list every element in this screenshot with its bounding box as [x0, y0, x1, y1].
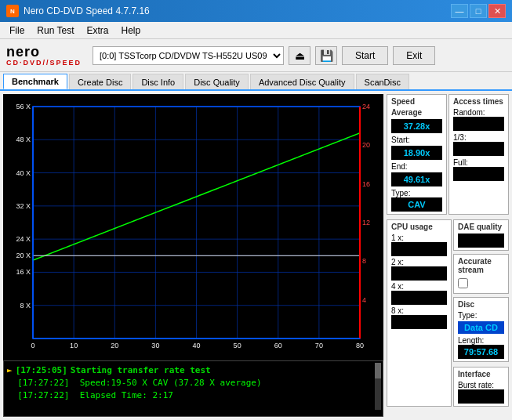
- disc-title: Disc: [458, 300, 504, 309]
- tab-scandisc[interactable]: ScanDisc: [356, 74, 409, 89]
- burst-rate-label: Burst rate:: [458, 381, 504, 389]
- cpu-2x-label: 2 x:: [391, 258, 447, 266]
- speed-section: Speed Average 37.28x Start: 18.90x End: …: [387, 94, 447, 215]
- dae-section: DAE quality: [453, 219, 509, 251]
- dae-title: DAE quality: [458, 223, 504, 231]
- menu-bar: File Run Test Extra Help: [0, 22, 512, 39]
- disc-section: Disc Type: Data CD Length: 79:57.68: [453, 297, 509, 362]
- log-line-2: [17:27:22] Elapsed Time: 2:17: [7, 389, 379, 402]
- random-label: Random:: [453, 108, 504, 117]
- accurate-stream-section: Accurate stream: [453, 254, 509, 294]
- disc-length-value: 79:57.68: [458, 345, 504, 359]
- menu-extra[interactable]: Extra: [80, 24, 114, 38]
- exit-button[interactable]: Exit: [393, 46, 435, 65]
- cpu-usage-section: CPU usage 1 x: 2 x: 4 x: 8 x:: [387, 219, 452, 407]
- window-controls: — □ ✕: [451, 4, 506, 18]
- tabs-row: Benchmark Create Disc Disc Info Disc Qua…: [0, 72, 512, 91]
- speed-type-label: Type:: [391, 189, 442, 197]
- cpu-1x-value: [391, 242, 447, 256]
- cpu-4x-value: [391, 291, 447, 305]
- nero-logo: nero CD·DVD//SPEED: [6, 45, 82, 67]
- chart-area: [3, 94, 383, 360]
- speed-average-label: Average: [391, 108, 442, 117]
- speed-start-value: 18.90x: [391, 146, 442, 160]
- drive-selector[interactable]: [0:0] TSSTcorp CD/DVDW TS-H552U US09: [93, 46, 284, 65]
- menu-help[interactable]: Help: [115, 24, 147, 38]
- eject-icon-button[interactable]: ⏏: [289, 46, 310, 65]
- burst-rate-value: [458, 389, 504, 404]
- cpu-usage-title: CPU usage: [391, 223, 447, 231]
- cpu-8x-value: [391, 315, 447, 329]
- tab-disc-info[interactable]: Disc Info: [133, 74, 183, 89]
- full-value: [453, 167, 504, 181]
- menu-run-test[interactable]: Run Test: [31, 24, 80, 38]
- log-icon-0: ►: [7, 364, 13, 377]
- interface-title: Interface: [458, 370, 504, 378]
- one-third-value: [453, 142, 504, 156]
- speed-type-value: CAV: [391, 197, 442, 212]
- log-line-0: ► [17:25:05] Starting transfer rate test: [7, 364, 379, 377]
- cpu-4x-label: 4 x:: [391, 282, 447, 291]
- tab-advanced-disc-quality[interactable]: Advanced Disc Quality: [250, 74, 354, 89]
- header-row: nero CD·DVD//SPEED [0:0] TSSTcorp CD/DVD…: [0, 39, 512, 72]
- save-icon-button[interactable]: 💾: [315, 46, 337, 65]
- full-label: Full:: [453, 158, 504, 167]
- start-button[interactable]: Start: [342, 46, 388, 65]
- title-bar: N Nero CD-DVD Speed 4.7.7.16 — □ ✕: [0, 0, 512, 22]
- log-scrollbar[interactable]: [375, 363, 381, 410]
- access-times-title: Access times: [453, 97, 504, 106]
- cpu-8x-label: 8 x:: [391, 306, 447, 315]
- speed-average-value: 37.28x: [391, 119, 442, 133]
- speed-start-label: Start:: [391, 136, 410, 144]
- access-times-section: Access times Random: 1/3: Full:: [448, 94, 509, 215]
- right-panel: Speed Average 37.28x Start: 18.90x End: …: [387, 91, 512, 420]
- random-value: [453, 117, 504, 131]
- interface-section: Interface Burst rate:: [453, 367, 509, 407]
- minimize-button[interactable]: —: [451, 4, 468, 18]
- main-content: ► [17:25:05] Starting transfer rate test…: [0, 91, 512, 420]
- cpu-2x-value: [391, 266, 447, 281]
- menu-file[interactable]: File: [3, 24, 31, 38]
- one-third-label: 1/3:: [453, 133, 504, 142]
- cpu-1x-label: 1 x:: [391, 234, 447, 242]
- disc-type-value: Data CD: [458, 321, 504, 334]
- benchmark-chart: [3, 94, 383, 360]
- title-bar-text: Nero CD-DVD Speed 4.7.7.16: [24, 5, 150, 16]
- speed-end-value: 49.61x: [391, 172, 442, 186]
- maximize-button[interactable]: □: [470, 4, 487, 18]
- log-line-1: [17:27:22] Speed:19-50 X CAV (37.28 X av…: [7, 377, 379, 389]
- close-button[interactable]: ✕: [488, 4, 506, 18]
- tab-benchmark[interactable]: Benchmark: [3, 74, 67, 89]
- tab-create-disc[interactable]: Create Disc: [69, 74, 131, 89]
- dae-value: [458, 234, 504, 248]
- disc-type-label: Type:: [458, 311, 504, 320]
- accurate-stream-checkbox[interactable]: [458, 278, 468, 288]
- speed-title: Speed: [391, 97, 442, 106]
- app-icon: N: [6, 5, 19, 17]
- log-area: ► [17:25:05] Starting transfer rate test…: [3, 360, 383, 417]
- disc-length-label: Length:: [458, 336, 504, 345]
- speed-end-label: End:: [391, 162, 408, 171]
- tab-disc-quality[interactable]: Disc Quality: [185, 74, 249, 89]
- accurate-stream-title: Accurate stream: [458, 257, 504, 274]
